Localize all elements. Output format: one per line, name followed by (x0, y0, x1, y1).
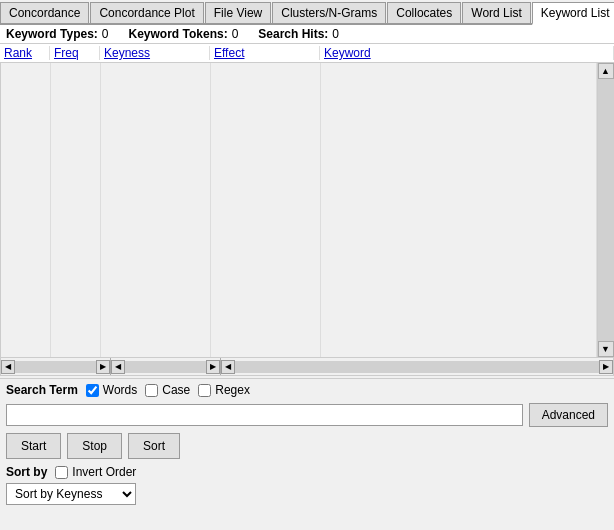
hscroll-seg1[interactable]: ◀ ▶ (1, 358, 111, 375)
regex-checkbox[interactable] (198, 384, 211, 397)
sort-button[interactable]: Sort (128, 433, 180, 459)
keyword-types-value: 0 (102, 27, 109, 41)
col-header-effect[interactable]: Effect (210, 46, 320, 60)
stop-button[interactable]: Stop (67, 433, 122, 459)
words-checkbox[interactable] (86, 384, 99, 397)
tab-file-view[interactable]: File View (205, 2, 271, 23)
sort-dropdown-row: Sort by Keyness (0, 481, 614, 511)
table-wrapper: ▲ ▼ (0, 63, 614, 358)
hscroll-track-2[interactable] (125, 361, 206, 373)
search-hits-label: Search Hits: (258, 27, 328, 41)
case-checkbox[interactable] (145, 384, 158, 397)
search-input-row: Advanced (0, 401, 614, 431)
sort-by-row: Sort by Invert Order (0, 463, 614, 481)
hscroll-seg3[interactable]: ◀ ▶ (221, 358, 613, 375)
search-input[interactable] (6, 404, 523, 426)
regex-checkbox-group: Regex (198, 383, 250, 397)
horizontal-scroll-area: ◀ ▶ ◀ ▶ ◀ ▶ (0, 358, 614, 376)
search-term-label: Search Term (6, 383, 78, 397)
keyword-tokens-value: 0 (232, 27, 239, 41)
sort-by-dropdown[interactable]: Sort by Keyness (6, 483, 136, 505)
hscroll-left-btn-1[interactable]: ◀ (1, 360, 15, 374)
keyword-types-label: Keyword Types: (6, 27, 98, 41)
keyword-types-stat: Keyword Types: 0 (6, 27, 109, 41)
stats-bar: Keyword Types: 0 Keyword Tokens: 0 Searc… (0, 25, 614, 44)
tab-concordance-plot[interactable]: Concordance Plot (90, 2, 203, 23)
hscroll-right-btn-2[interactable]: ▶ (206, 360, 220, 374)
table-content (1, 63, 597, 357)
right-arrow-icon-3: ▶ (603, 362, 609, 371)
hscroll-left-btn-2[interactable]: ◀ (111, 360, 125, 374)
tab-keyword-list[interactable]: Keyword List (532, 2, 614, 25)
col-keyword-data (321, 63, 597, 357)
regex-label: Regex (215, 383, 250, 397)
invert-order-checkbox[interactable] (55, 466, 68, 479)
col-effect-data (211, 63, 321, 357)
hscroll-track-1[interactable] (15, 361, 96, 373)
start-button[interactable]: Start (6, 433, 61, 459)
keyword-tokens-label: Keyword Tokens: (129, 27, 228, 41)
invert-order-label: Invert Order (72, 465, 136, 479)
scroll-down-button[interactable]: ▼ (598, 341, 614, 357)
hscroll-left-btn-3[interactable]: ◀ (221, 360, 235, 374)
up-arrow-icon: ▲ (601, 66, 610, 76)
table-rows (1, 63, 597, 357)
vertical-scrollbar[interactable]: ▲ ▼ (597, 63, 613, 357)
action-row: Start Stop Sort (0, 431, 614, 463)
left-arrow-icon-1: ◀ (5, 362, 11, 371)
col-freq-data (51, 63, 101, 357)
hscroll-seg2[interactable]: ◀ ▶ (111, 358, 221, 375)
down-arrow-icon: ▼ (601, 344, 610, 354)
case-checkbox-group: Case (145, 383, 190, 397)
sort-by-label: Sort by (6, 465, 47, 479)
col-rank-data (1, 63, 51, 357)
col-header-keyword[interactable]: Keyword (320, 46, 614, 60)
invert-order-group: Invert Order (55, 465, 136, 479)
col-header-freq[interactable]: Freq (50, 46, 100, 60)
advanced-button[interactable]: Advanced (529, 403, 608, 427)
hscroll-right-btn-3[interactable]: ▶ (599, 360, 613, 374)
right-arrow-icon-1: ▶ (100, 362, 106, 371)
col-keyness-data (101, 63, 211, 357)
search-term-row: Search Term Words Case Regex (0, 378, 614, 401)
keyword-tokens-stat: Keyword Tokens: 0 (129, 27, 239, 41)
words-label: Words (103, 383, 137, 397)
table-header: Rank Freq Keyness Effect Keyword (0, 44, 614, 63)
left-arrow-icon-2: ◀ (115, 362, 121, 371)
case-label: Case (162, 383, 190, 397)
left-arrow-icon-3: ◀ (225, 362, 231, 371)
tab-collocates[interactable]: Collocates (387, 2, 461, 23)
search-hits-value: 0 (332, 27, 339, 41)
tab-clusters-ngrams[interactable]: Clusters/N-Grams (272, 2, 386, 23)
col-header-keyness[interactable]: Keyness (100, 46, 210, 60)
col-header-rank[interactable]: Rank (0, 46, 50, 60)
right-arrow-icon-2: ▶ (210, 362, 216, 371)
hscroll-right-btn-1[interactable]: ▶ (96, 360, 110, 374)
words-checkbox-group: Words (86, 383, 137, 397)
tab-bar: Concordance Concordance Plot File View C… (0, 0, 614, 25)
scroll-up-button[interactable]: ▲ (598, 63, 614, 79)
tab-concordance[interactable]: Concordance (0, 2, 89, 23)
search-hits-stat: Search Hits: 0 (258, 27, 339, 41)
scroll-track[interactable] (598, 79, 614, 341)
hscroll-track-3[interactable] (235, 361, 599, 373)
tab-word-list[interactable]: Word List (462, 2, 530, 23)
